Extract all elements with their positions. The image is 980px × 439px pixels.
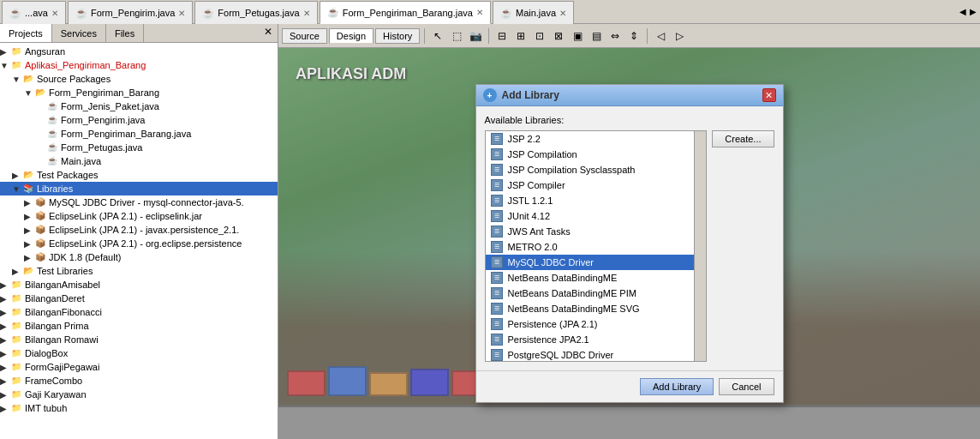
library-item-jsp-compiler[interactable]: JSP Compiler xyxy=(486,177,707,193)
tree-label-aplikasi: Aplikasi_Pengiriman_Barang xyxy=(25,60,146,70)
scrollbar[interactable] xyxy=(694,131,706,361)
tree-item-eclipselink-org[interactable]: ▶📦EclipseLink (JPA 2.1) - org.eclipse.pe… xyxy=(0,237,278,250)
panel-tab-files[interactable]: Files xyxy=(106,24,144,42)
panel-close-button[interactable]: ✕ xyxy=(259,24,278,42)
library-item-persistence-jpa21[interactable]: Persistence (JPA 2.1) xyxy=(486,316,707,332)
tree-icon-bilangan-romawi: 📁 xyxy=(10,334,22,346)
library-item-netbeans-databindingme-pim[interactable]: NetBeans DataBindingME PIM xyxy=(486,286,707,301)
camera-icon[interactable]: 📷 xyxy=(467,27,484,45)
library-item-jws-ant-tasks[interactable]: JWS Ant Tasks xyxy=(486,224,707,239)
library-item-jstl121[interactable]: JSTL 1.2.1 xyxy=(486,193,707,208)
tree-label-dialogbox: DialogBox xyxy=(25,348,68,358)
lib-icon-postgresql-jdbc xyxy=(491,349,503,361)
tab-form-pengiriman[interactable]: ☕ Form_Pengiriman_Barang.java ✕ xyxy=(320,1,491,24)
tree-item-formgajipegawai[interactable]: ▶📁FormGajiPegawai xyxy=(0,360,278,374)
align-center-icon[interactable]: ⊞ xyxy=(512,27,529,45)
tree-item-gaji-karyawan[interactable]: ▶📁Gaji Karyawan xyxy=(0,388,278,401)
close-icon-4[interactable]: ✕ xyxy=(476,8,483,17)
library-item-junit412[interactable]: JUnit 4.12 xyxy=(486,208,707,224)
tree-item-form-pengiriman-barang-pkg[interactable]: ▼📂Form_Pengiriman_Barang xyxy=(0,86,278,99)
tree-item-mysql-jdbc[interactable]: ▶📦MySQL JDBC Driver - mysql-connector-ja… xyxy=(0,195,278,209)
tree-arrow-bilangan-romawi: ▶ xyxy=(0,335,10,345)
library-item-mysql-jdbc-driver[interactable]: MySQL JDBC Driver xyxy=(486,255,707,270)
cursor-icon[interactable]: ↖ xyxy=(429,27,446,45)
toolbar-sep-3 xyxy=(647,28,648,44)
close-icon-5[interactable]: ✕ xyxy=(559,9,566,18)
tab-form-pengirim[interactable]: ☕ Form_Pengirim.java ✕ xyxy=(68,1,193,24)
lib-icon-junit412 xyxy=(491,210,503,222)
tree-item-angsuran[interactable]: ▶📁Angsuran xyxy=(0,45,278,58)
align-left-icon[interactable]: ⊟ xyxy=(493,27,511,45)
tree-item-bilangan-amisabel[interactable]: ▶📁BilanganAmisabel xyxy=(0,278,278,292)
create-button[interactable]: Create... xyxy=(712,130,774,147)
library-item-postgresql-jdbc[interactable]: PostgreSQL JDBC Driver xyxy=(486,347,707,362)
library-item-netbeans-databindingme[interactable]: NetBeans DataBindingME xyxy=(486,270,707,286)
tree-icon-bilangan-fibonacci: 📁 xyxy=(10,306,22,318)
tree-item-bilangan-deret[interactable]: ▶📁BilanganDeret xyxy=(0,292,278,305)
tab-form-petugas[interactable]: ☕ Form_Petugas.java ✕ xyxy=(194,1,317,24)
align-right-icon[interactable]: ⊡ xyxy=(531,27,548,45)
tree-icon-eclipselink-org: 📦 xyxy=(34,238,46,250)
library-item-metro20[interactable]: METRO 2.0 xyxy=(486,239,707,255)
close-icon-2[interactable]: ✕ xyxy=(178,9,185,18)
back-icon[interactable]: ◁ xyxy=(652,27,669,45)
tree-item-eclipselink-jar[interactable]: ▶📦EclipseLink (JPA 2.1) - eclipselink.ja… xyxy=(0,209,278,223)
tree-item-libraries[interactable]: ▼📚Libraries xyxy=(0,182,278,195)
modal-close-button[interactable]: ✕ xyxy=(762,88,776,102)
add-library-button[interactable]: Add Library xyxy=(640,378,714,395)
tree-item-main[interactable]: ☕Main.java xyxy=(0,154,278,168)
tree-item-dialogbox[interactable]: ▶📁DialogBox xyxy=(0,346,278,360)
tree-item-form-petugas[interactable]: ☕Form_Petugas.java xyxy=(0,141,278,154)
dist-h-icon[interactable]: ⇔ xyxy=(607,27,624,45)
library-list[interactable]: JSP 2.2JSP CompilationJSP Compilation Sy… xyxy=(485,130,708,362)
select-icon[interactable]: ⬚ xyxy=(448,27,465,45)
panel-tab-services[interactable]: Services xyxy=(52,24,106,42)
tree-item-bilangan-romawi[interactable]: ▶📁Bilangan Romawi xyxy=(0,333,278,346)
source-tab-btn[interactable]: Source xyxy=(282,28,327,44)
tab-ava-label: ...ava xyxy=(25,8,48,18)
add-library-modal: + Add Library ✕ Available Libraries: JSP… xyxy=(475,84,784,403)
scroll-left-icon[interactable]: ◀ xyxy=(959,7,966,16)
tree-item-form-jenis-paket[interactable]: ☕Form_Jenis_Paket.java xyxy=(0,99,278,113)
tree-item-eclipselink-persistence[interactable]: ▶📦EclipseLink (JPA 2.1) - javax.persiste… xyxy=(0,223,278,237)
lib-icon-jsp-compilation xyxy=(491,148,503,160)
tab-ava[interactable]: ☕ ...ava ✕ xyxy=(2,1,66,24)
tree-item-aplikasi[interactable]: ▼📁Aplikasi_Pengiriman_Barang xyxy=(0,58,278,72)
lib-label-netbeans-databindingme-svg: NetBeans DataBindingME SVG xyxy=(508,304,640,314)
design-tab-btn[interactable]: Design xyxy=(329,28,373,44)
library-item-persistence-jpa2[interactable]: Persistence JPA2.1 xyxy=(486,332,707,347)
tree-item-form-pengiriman-barang[interactable]: ☕Form_Pengiriman_Barang.java xyxy=(0,127,278,141)
tree-item-test-libraries[interactable]: ▶📂Test Libraries xyxy=(0,264,278,278)
panel-tab-projects[interactable]: Projects xyxy=(0,24,52,42)
tab-form-pengiriman-label: Form_Pengiriman_Barang.java xyxy=(343,8,473,18)
tree-label-form-petugas: Form_Petugas.java xyxy=(61,142,142,153)
library-item-netbeans-databindingme-svg[interactable]: NetBeans DataBindingME SVG xyxy=(486,301,707,316)
close-icon-3[interactable]: ✕ xyxy=(303,9,310,18)
library-item-jsp22[interactable]: JSP 2.2 xyxy=(486,131,707,147)
tree-item-bilangan-fibonacci[interactable]: ▶📁BilanganFibonacci xyxy=(0,305,278,319)
tree-item-bilangan-prima[interactable]: ▶📁Bilangan Prima xyxy=(0,319,278,333)
tree-item-source-packages[interactable]: ▼📂Source Packages xyxy=(0,72,278,86)
tree-icon-form-pengirim: ☕ xyxy=(46,114,58,126)
tree-item-test-packages[interactable]: ▶📂Test Packages xyxy=(0,168,278,182)
tree-item-framecombo[interactable]: ▶📁FrameCombo xyxy=(0,374,278,388)
dist-v-icon[interactable]: ⇕ xyxy=(625,27,642,45)
forward-icon[interactable]: ▷ xyxy=(671,27,688,45)
tab-main[interactable]: ☕ Main.java ✕ xyxy=(493,1,574,24)
tree-item-imt-tubuh[interactable]: ▶📁IMT tubuh xyxy=(0,401,278,415)
tree-icon-eclipselink-persistence: 📦 xyxy=(34,224,46,236)
tree-item-form-pengirim[interactable]: ☕Form_Pengirim.java xyxy=(0,113,278,127)
scroll-right-icon[interactable]: ▶ xyxy=(970,7,977,16)
align-middle-icon[interactable]: ▣ xyxy=(569,27,586,45)
history-tab-btn[interactable]: History xyxy=(375,28,420,44)
tree-item-jdk18[interactable]: ▶📦JDK 1.8 (Default) xyxy=(0,250,278,264)
library-item-jsp-compilation-sysclasspath[interactable]: JSP Compilation Sysclasspath xyxy=(486,162,707,177)
lib-label-jstl121: JSTL 1.2.1 xyxy=(508,195,553,206)
tree-icon-form-pengiriman-barang-pkg: 📂 xyxy=(34,87,46,99)
align-top-icon[interactable]: ⊠ xyxy=(550,27,567,45)
tree-icon-gaji-karyawan: 📁 xyxy=(10,388,22,400)
close-icon[interactable]: ✕ xyxy=(51,9,58,18)
align-bottom-icon[interactable]: ▤ xyxy=(588,27,605,45)
cancel-button[interactable]: Cancel xyxy=(719,378,774,395)
library-item-jsp-compilation[interactable]: JSP Compilation xyxy=(486,147,707,162)
